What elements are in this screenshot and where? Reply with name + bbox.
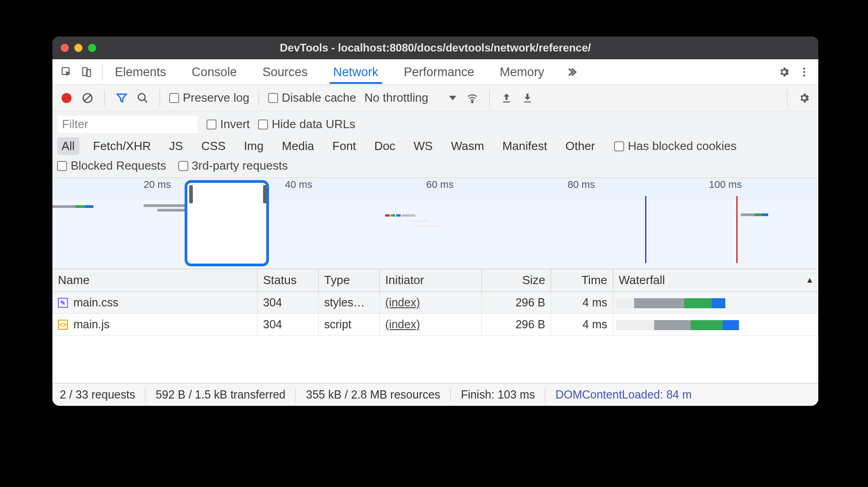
overview-timeline[interactable]: 20 ms 40 ms 60 ms 80 ms 100 ms xyxy=(52,178,818,269)
download-har-icon[interactable] xyxy=(520,90,535,106)
search-icon[interactable] xyxy=(135,90,150,106)
type-ws[interactable]: WS xyxy=(409,137,437,155)
disable-cache-checkbox[interactable]: Disable cache xyxy=(268,91,356,105)
status-bar: 2 / 33 requests 592 B / 1.5 kB transferr… xyxy=(52,383,818,406)
throttling-value: No throttling xyxy=(364,91,428,105)
kebab-menu-icon[interactable] xyxy=(796,64,812,80)
more-tabs-icon[interactable] xyxy=(563,64,579,80)
type-img[interactable]: Img xyxy=(239,137,268,155)
col-initiator[interactable]: Initiator xyxy=(380,269,482,291)
type-other[interactable]: Other xyxy=(561,137,599,155)
preserve-log-checkbox[interactable]: Preserve log xyxy=(169,91,249,105)
overview-handle-right[interactable] xyxy=(263,185,267,203)
device-toolbar-icon[interactable] xyxy=(79,64,94,80)
network-toolbar: Preserve log Disable cache No throttling xyxy=(52,85,818,111)
inspect-element-icon[interactable] xyxy=(59,64,74,80)
table-row[interactable]: ✎main.css 304 styles… (index) 296 B 4 ms xyxy=(52,292,818,314)
svg-point-10 xyxy=(472,101,473,103)
status-finish: Finish: 103 ms xyxy=(461,388,535,401)
overview-selection[interactable] xyxy=(185,180,269,266)
type-manifest[interactable]: Manifest xyxy=(498,137,552,155)
svg-line-7 xyxy=(84,94,91,101)
sort-indicator-icon: ▲ xyxy=(806,275,814,285)
type-media[interactable]: Media xyxy=(277,137,319,155)
tab-elements[interactable]: Elements xyxy=(111,60,170,84)
separator xyxy=(489,90,490,106)
type-wasm[interactable]: Wasm xyxy=(446,137,489,155)
tick-80ms: 80 ms xyxy=(568,179,595,191)
col-type[interactable]: Type xyxy=(319,269,380,291)
invert-checkbox[interactable]: Invert xyxy=(207,117,250,131)
panel-settings-icon[interactable] xyxy=(796,90,812,106)
tab-sources[interactable]: Sources xyxy=(259,60,311,84)
record-button[interactable] xyxy=(59,90,74,106)
stylesheet-icon: ✎ xyxy=(58,298,68,308)
has-blocked-cookies-checkbox[interactable]: Has blocked cookies xyxy=(614,139,736,153)
separator xyxy=(258,90,259,106)
third-party-checkbox[interactable]: 3rd-party requests xyxy=(178,159,288,173)
col-name[interactable]: Name xyxy=(52,269,258,291)
status-requests: 2 / 33 requests xyxy=(60,388,135,401)
svg-rect-11 xyxy=(503,101,510,102)
network-table-header: Name Status Type Initiator Size Time Wat… xyxy=(52,269,818,292)
throttling-select[interactable]: No throttling xyxy=(362,89,459,107)
domcontentloaded-marker xyxy=(645,196,646,263)
table-row[interactable]: <>main.js 304 script (index) 296 B 4 ms xyxy=(52,314,818,336)
blocked-requests-checkbox[interactable]: Blocked Requests xyxy=(57,159,166,173)
tab-network[interactable]: Network xyxy=(330,60,382,84)
preserve-log-label: Preserve log xyxy=(183,91,249,105)
disable-cache-label: Disable cache xyxy=(282,91,356,105)
overview-handle-left[interactable] xyxy=(189,185,193,203)
network-conditions-icon[interactable] xyxy=(465,90,480,106)
svg-rect-12 xyxy=(524,101,531,102)
col-waterfall[interactable]: Waterfall▲ xyxy=(613,269,818,291)
status-domcontentloaded: DOMContentLoaded: 84 m xyxy=(555,388,692,401)
col-time[interactable]: Time xyxy=(551,269,613,291)
titlebar: DevTools - localhost:8080/docs/devtools/… xyxy=(52,36,818,59)
hide-data-urls-checkbox[interactable]: Hide data URLs xyxy=(258,117,356,131)
svg-point-3 xyxy=(803,67,805,69)
initiator-link[interactable]: (index) xyxy=(385,318,420,331)
status-transferred: 592 B / 1.5 kB transferred xyxy=(155,388,285,401)
tab-console[interactable]: Console xyxy=(188,60,241,84)
col-size[interactable]: Size xyxy=(482,269,551,291)
script-icon: <> xyxy=(58,320,68,330)
network-table-body: ✎main.css 304 styles… (index) 296 B 4 ms… xyxy=(52,292,818,336)
type-filter-row: All Fetch/XHR JS CSS Img Media Font Doc … xyxy=(57,137,814,155)
upload-har-icon[interactable] xyxy=(499,90,514,106)
separator xyxy=(103,64,103,80)
svg-point-5 xyxy=(803,74,805,76)
separator xyxy=(104,90,105,106)
tick-100ms: 100 ms xyxy=(709,179,742,191)
initiator-link[interactable]: (index) xyxy=(385,296,420,309)
load-marker xyxy=(736,196,738,263)
separator xyxy=(787,90,787,106)
tick-20ms: 20 ms xyxy=(144,179,171,191)
tick-60ms: 60 ms xyxy=(426,179,454,191)
devtools-window: DevTools - localhost:8080/docs/devtools/… xyxy=(52,36,818,406)
tab-memory[interactable]: Memory xyxy=(496,60,548,84)
svg-line-9 xyxy=(144,99,147,103)
svg-point-4 xyxy=(803,71,805,73)
panels-tabbar: Elements Console Sources Network Perform… xyxy=(52,59,818,85)
type-font[interactable]: Font xyxy=(328,137,361,155)
settings-icon[interactable] xyxy=(776,64,792,80)
tab-performance[interactable]: Performance xyxy=(400,60,478,84)
filter-input[interactable]: Filter xyxy=(57,115,198,134)
clear-icon[interactable] xyxy=(80,90,95,106)
status-resources: 355 kB / 2.8 MB resources xyxy=(306,388,440,401)
type-all[interactable]: All xyxy=(57,137,79,155)
type-doc[interactable]: Doc xyxy=(370,137,400,155)
col-status[interactable]: Status xyxy=(258,269,319,291)
type-css[interactable]: CSS xyxy=(196,137,230,155)
waterfall-cell xyxy=(613,314,818,335)
type-js[interactable]: JS xyxy=(165,137,187,155)
waterfall-cell xyxy=(613,292,818,313)
svg-point-8 xyxy=(138,93,145,100)
window-title: DevTools - localhost:8080/docs/devtools/… xyxy=(52,41,818,54)
filter-icon[interactable] xyxy=(114,90,129,106)
tick-40ms: 40 ms xyxy=(285,179,312,191)
filter-panel: Filter Invert Hide data URLs All Fetch/X… xyxy=(52,111,818,178)
separator xyxy=(160,90,160,106)
type-fetch-xhr[interactable]: Fetch/XHR xyxy=(88,137,155,155)
